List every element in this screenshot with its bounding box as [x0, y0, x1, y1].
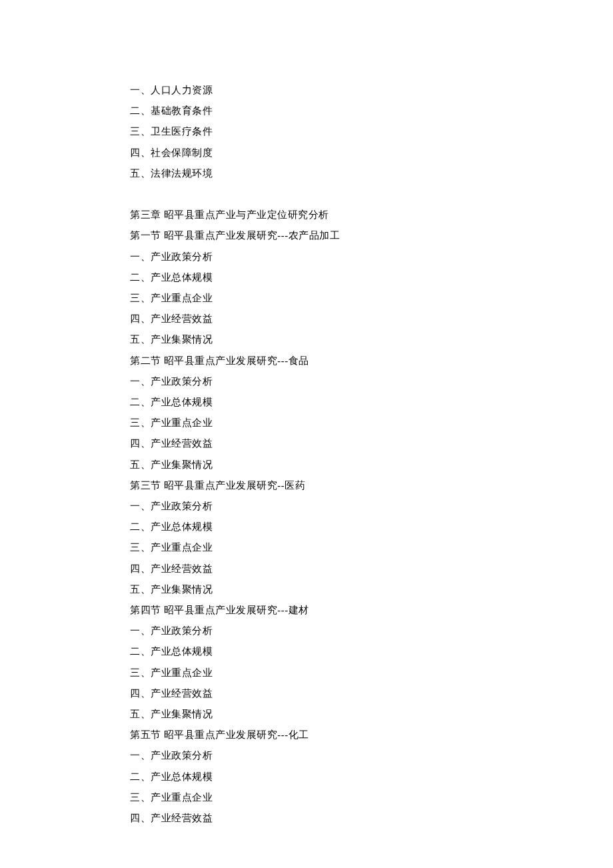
- toc-line: 二、产业总体规模: [130, 517, 483, 537]
- toc-line: 一、产业政策分析: [130, 745, 483, 766]
- toc-line: 二、基础教育条件: [130, 101, 483, 121]
- toc-section-heading: 第三节 昭平县重点产业发展研究--医药: [130, 475, 483, 496]
- toc-line: 四、社会保障制度: [130, 143, 483, 163]
- toc-line: 一、产业政策分析: [130, 496, 483, 517]
- toc-line: 四、产业经营效益: [130, 808, 483, 829]
- toc-line: 三、产业重点企业: [130, 413, 483, 433]
- blank-line: [130, 184, 483, 205]
- toc-line: 四、产业经营效益: [130, 559, 483, 579]
- toc-line: 二、产业总体规模: [130, 267, 483, 288]
- toc-line: 二、产业总体规模: [130, 767, 483, 787]
- toc-line: 五、产业集聚情况: [130, 455, 483, 475]
- toc-line: 三、产业重点企业: [130, 288, 483, 309]
- toc-section-heading: 第一节 昭平县重点产业发展研究---农产品加工: [130, 225, 483, 246]
- toc-line: 三、产业重点企业: [130, 787, 483, 808]
- toc-line: 一、产业政策分析: [130, 371, 483, 392]
- toc-section-heading: 第五节 昭平县重点产业发展研究---化工: [130, 725, 483, 745]
- toc-line: 四、产业经营效益: [130, 309, 483, 329]
- toc-line: 一、产业政策分析: [130, 247, 483, 267]
- toc-section-heading: 第二节 昭平县重点产业发展研究---食品: [130, 351, 483, 371]
- toc-line: 三、产业重点企业: [130, 663, 483, 683]
- toc-line: 三、产业重点企业: [130, 537, 483, 558]
- toc-line: 五、产业集聚情况: [130, 329, 483, 350]
- toc-line: 一、产业政策分析: [130, 621, 483, 641]
- toc-line: 四、产业经营效益: [130, 683, 483, 704]
- document-content: 一、人口人力资源 二、基础教育条件 三、卫生医疗条件 四、社会保障制度 五、法律…: [130, 80, 483, 829]
- toc-chapter-heading: 第三章 昭平县重点产业与产业定位研究分析: [130, 205, 483, 225]
- toc-line: 五、产业集聚情况: [130, 704, 483, 725]
- toc-line: 二、产业总体规模: [130, 392, 483, 413]
- toc-line: 二、产业总体规模: [130, 641, 483, 662]
- toc-line: 三、卫生医疗条件: [130, 121, 483, 142]
- toc-line: 五、法律法规环境: [130, 163, 483, 184]
- toc-section-heading: 第四节 昭平县重点产业发展研究---建材: [130, 600, 483, 621]
- toc-line: 四、产业经营效益: [130, 433, 483, 454]
- toc-line: 五、产业集聚情况: [130, 579, 483, 600]
- toc-line: 一、人口人力资源: [130, 80, 483, 101]
